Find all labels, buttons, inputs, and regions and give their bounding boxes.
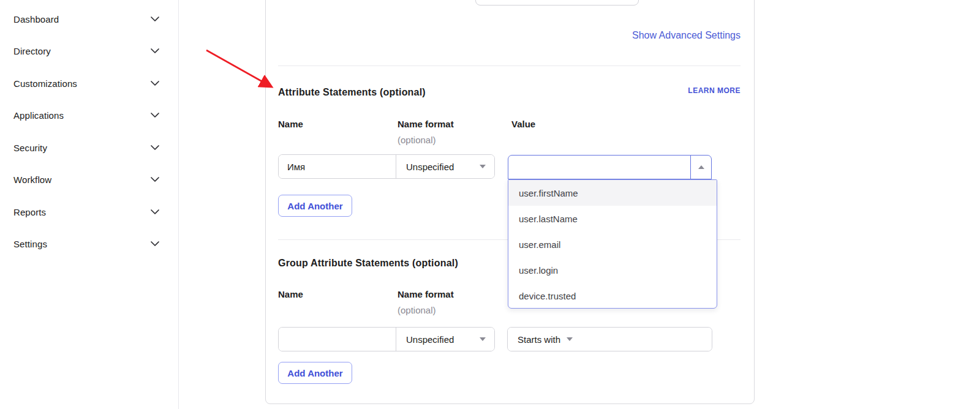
column-header-name-format: Name format — [398, 119, 454, 129]
dropdown-option-user-lastname[interactable]: user.lastName — [508, 206, 717, 231]
attribute-statements-title: Attribute Statements (optional) — [278, 87, 426, 98]
name-format-value: Unspecified — [406, 162, 454, 172]
chevron-down-icon — [151, 177, 159, 182]
dropdown-option-user-firstname[interactable]: user.firstName — [508, 180, 717, 206]
group-name-format-select[interactable]: Unspecified — [396, 328, 494, 351]
dropdown-option-user-login[interactable]: user.login — [508, 258, 717, 283]
sidebar-item-label: Directory — [13, 46, 51, 56]
column-note-optional: (optional) — [398, 135, 436, 145]
chevron-down-icon — [151, 113, 159, 118]
chevron-down-icon — [151, 48, 159, 53]
settings-card: Show Advanced Settings Attribute Stateme… — [265, 0, 755, 404]
attribute-name-input[interactable] — [279, 155, 396, 178]
filter-type-select[interactable]: Starts with — [508, 328, 581, 351]
sidebar-item-label: Reports — [13, 207, 46, 217]
sidebar-item-label: Settings — [13, 239, 47, 249]
sidebar-item-workflow[interactable]: Workflow — [0, 171, 178, 187]
page: Dashboard Directory Customizations Appli… — [0, 0, 980, 409]
sidebar-item-label: Workflow — [13, 174, 51, 185]
name-format-select[interactable]: Unspecified — [396, 155, 494, 178]
sidebar-item-directory[interactable]: Directory — [0, 43, 178, 59]
caret-down-icon — [480, 337, 486, 341]
value-combobox — [508, 155, 712, 179]
sidebar-item-label: Customizations — [13, 78, 77, 89]
group-attribute-row: Unspecified — [278, 327, 495, 351]
filter-type-value: Starts with — [518, 334, 560, 345]
sidebar: Dashboard Directory Customizations Appli… — [0, 0, 179, 409]
group-name-input[interactable] — [279, 328, 396, 351]
sidebar-item-settings[interactable]: Settings — [0, 236, 178, 252]
column-note-optional: (optional) — [398, 305, 436, 315]
section-divider — [278, 66, 741, 66]
sidebar-item-customizations[interactable]: Customizations — [0, 75, 178, 91]
chevron-down-icon — [151, 145, 159, 150]
combobox-toggle-button[interactable] — [690, 155, 712, 179]
dropdown-option-device-trusted[interactable]: device.trusted — [508, 283, 717, 309]
sidebar-item-label: Dashboard — [13, 14, 59, 24]
sidebar-item-reports[interactable]: Reports — [0, 204, 178, 220]
dropdown-option-user-email[interactable]: user.email — [508, 231, 717, 257]
attribute-row: Unspecified — [278, 154, 495, 179]
column-header-name: Name — [278, 119, 303, 129]
add-another-button[interactable]: Add Another — [278, 362, 352, 384]
name-format-value: Unspecified — [406, 334, 454, 345]
add-another-button[interactable]: Add Another — [278, 195, 352, 217]
group-attribute-statements-title: Group Attribute Statements (optional) — [278, 258, 458, 269]
chevron-down-icon — [151, 17, 159, 21]
truncated-field[interactable] — [475, 0, 639, 6]
value-input[interactable] — [508, 155, 691, 179]
value-dropdown-list: user.firstName user.lastName user.email … — [508, 179, 717, 309]
show-advanced-settings-link[interactable]: Show Advanced Settings — [632, 30, 741, 41]
sidebar-item-label: Applications — [13, 110, 64, 121]
caret-up-icon — [698, 165, 704, 169]
chevron-down-icon — [151, 81, 159, 86]
caret-down-icon — [567, 337, 573, 341]
chevron-down-icon — [151, 209, 159, 214]
caret-down-icon — [480, 165, 486, 168]
group-filter-row: Starts with — [507, 327, 712, 351]
sidebar-item-security[interactable]: Security — [0, 140, 178, 156]
sidebar-item-applications[interactable]: Applications — [0, 107, 178, 123]
learn-more-link[interactable]: LEARN MORE — [688, 86, 741, 95]
sidebar-item-dashboard[interactable]: Dashboard — [0, 11, 178, 27]
chevron-down-icon — [151, 241, 159, 246]
column-header-name-format: Name format — [398, 289, 454, 299]
filter-value-input[interactable] — [581, 328, 712, 351]
sidebar-item-label: Security — [13, 143, 47, 153]
column-header-name: Name — [278, 289, 303, 299]
column-header-value: Value — [511, 119, 535, 129]
